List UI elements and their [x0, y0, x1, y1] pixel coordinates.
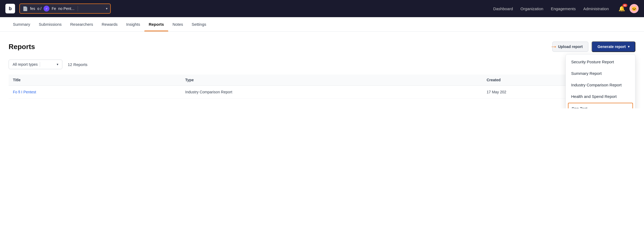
dropdown-summary-report[interactable]: Summary Report — [566, 68, 635, 79]
notification-badge: 41 — [622, 4, 627, 7]
dropdown-security-posture[interactable]: Security Posture Report — [566, 56, 635, 68]
breadcrumb-program: no Pent... — [58, 6, 74, 11]
report-type-filter[interactable]: All report types ▾ — [9, 60, 62, 69]
tab-rewards[interactable]: Rewards — [97, 17, 122, 31]
chevron-down-icon: ▾ — [628, 45, 629, 49]
topnav-organization[interactable]: Organization — [520, 6, 543, 11]
dropdown-industry-comparison[interactable]: Industry Comparison Report — [566, 79, 635, 91]
table-body: Fo fi I Pentest Industry Comparison Repo… — [9, 86, 635, 99]
col-type: Type — [181, 75, 482, 86]
dropdown-pen-test[interactable]: Pen Test — [568, 103, 633, 108]
arrow-annotation: → — [550, 42, 557, 51]
topnav-engagements[interactable]: Engagements — [551, 6, 576, 11]
avatar[interactable]: 🐱 — [629, 4, 639, 13]
header-actions: → Upload report Generate report ▾ Securi… — [552, 41, 635, 52]
upload-report-button[interactable]: Upload report — [552, 42, 588, 52]
topnav-administration[interactable]: Administration — [583, 6, 609, 11]
breadcrumb-slash: o / — [37, 6, 42, 11]
breadcrumb-divider — [78, 6, 78, 11]
tab-settings[interactable]: Settings — [187, 17, 210, 31]
generate-report-label: Generate report — [598, 45, 626, 49]
document-icon: 📄 — [23, 6, 28, 11]
check-icon: ✓ — [44, 6, 49, 12]
breadcrumb-name: Fe — [52, 6, 56, 11]
notifications-button[interactable]: 🔔 41 — [618, 5, 625, 12]
chevron-down-icon: ▾ — [106, 7, 108, 10]
report-title-cell: Fo fi I Pentest — [9, 86, 181, 99]
table-header: Title Type Created — [9, 75, 635, 86]
tab-summary[interactable]: Summary — [9, 17, 34, 31]
report-link[interactable]: Fo fi I Pentest — [13, 90, 36, 94]
generate-dropdown: Security Posture Report Summary Report I… — [566, 54, 635, 108]
report-type-cell: Industry Comparison Report — [181, 86, 482, 99]
tab-researchers[interactable]: Researchers — [66, 17, 97, 31]
logo[interactable]: b — [5, 4, 15, 13]
topnav-links: Dashboard Organization Engagements Admin… — [493, 6, 609, 11]
table-row: Fo fi I Pentest Industry Comparison Repo… — [9, 86, 635, 99]
reports-table: Title Type Created Fo fi I Pentest Indus… — [9, 75, 635, 99]
filter-label: All report types — [13, 62, 38, 67]
generate-report-button[interactable]: Generate report ▾ — [592, 41, 635, 52]
reports-count: 12 Reports — [68, 62, 87, 67]
chevron-down-icon: ▾ — [57, 62, 58, 66]
page-header: Reports → Upload report Generate report … — [9, 41, 635, 52]
filter-row: All report types ▾ 12 Reports — [9, 60, 635, 69]
sub-navigation: Summary Submissions Researchers Rewards … — [0, 17, 644, 32]
dropdown-health-spend[interactable]: Health and Spend Report — [566, 91, 635, 102]
breadcrumb-selector[interactable]: 📄 fes o / ✓ Fe no Pent... ▾ — [19, 3, 111, 14]
col-title: Title — [9, 75, 181, 86]
topnav-actions: 🔔 41 🐱 — [618, 4, 639, 13]
tab-insights[interactable]: Insights — [122, 17, 144, 31]
topnav-dashboard[interactable]: Dashboard — [493, 6, 513, 11]
filter-divider — [40, 62, 40, 67]
main-content: Reports → Upload report Generate report … — [0, 32, 644, 108]
breadcrumb-path: fes — [30, 6, 35, 11]
tab-notes[interactable]: Notes — [168, 17, 187, 31]
tab-reports[interactable]: Reports — [144, 17, 168, 31]
top-navigation: b 📄 fes o / ✓ Fe no Pent... ▾ Dashboard … — [0, 0, 644, 17]
page-title: Reports — [9, 43, 35, 51]
tab-submissions[interactable]: Submissions — [34, 17, 66, 31]
